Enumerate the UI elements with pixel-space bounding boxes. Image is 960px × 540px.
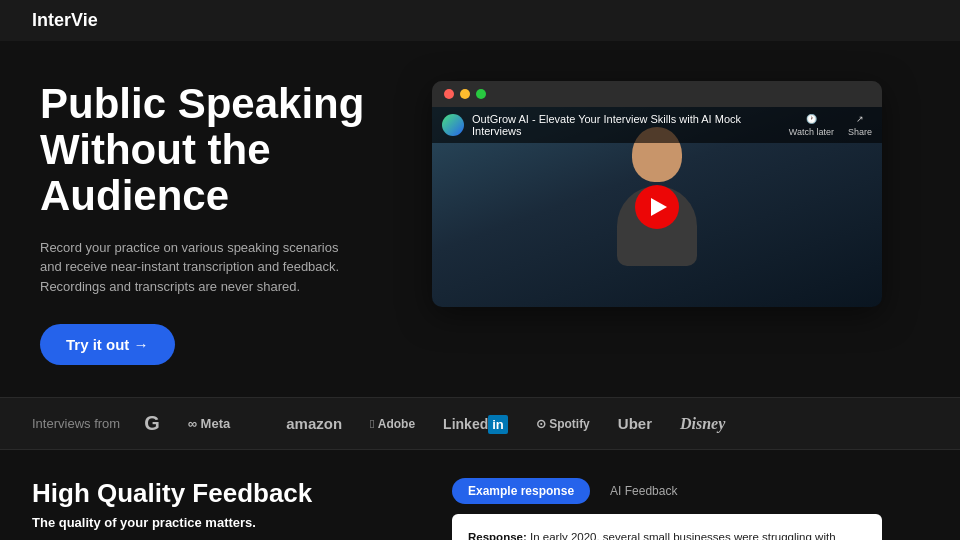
- hero-left: Public Speaking Without the Audience Rec…: [40, 81, 400, 365]
- browser-dot-red: [444, 89, 454, 99]
- browser-dot-yellow: [460, 89, 470, 99]
- feedback-title: High Quality Feedback: [32, 478, 412, 509]
- response-box: Response: In early 2020, several small b…: [452, 514, 882, 540]
- brand-adobe:  Adobe: [370, 417, 415, 431]
- brand-meta: ∞ Meta: [188, 416, 231, 431]
- browser-dot-green: [476, 89, 486, 99]
- hero-subtitle: Record your practice on various speaking…: [40, 238, 340, 297]
- hero-right: OutGrow AI - Elevate Your Interview Skil…: [432, 81, 882, 307]
- brands-label: Interviews from: [32, 416, 120, 431]
- tab-example-response[interactable]: Example response: [452, 478, 590, 504]
- browser-bar: [432, 81, 882, 107]
- feedback-left: High Quality Feedback The quality of you…: [32, 478, 412, 540]
- logo: InterVie: [32, 10, 98, 31]
- tab-bar: Example response AI Feedback: [452, 478, 882, 504]
- watch-later-btn[interactable]: 🕐 Watch later: [789, 114, 834, 137]
- video-actions: 🕐 Watch later ↗ Share: [789, 114, 872, 137]
- feedback-right: Example response AI Feedback Response: I…: [452, 478, 882, 540]
- try-it-out-button[interactable]: Try it out →: [40, 324, 175, 365]
- brand-amazon: amazon: [286, 415, 342, 432]
- brands-list: G ∞ Meta amazon  Adobe Linkedin ⊙ Spoti…: [144, 412, 725, 435]
- response-text: In early 2020, several small businesses …: [468, 531, 866, 540]
- browser-frame: OutGrow AI - Elevate Your Interview Skil…: [432, 81, 882, 307]
- response-label: Response:: [468, 531, 527, 540]
- hero-title: Public Speaking Without the Audience: [40, 81, 400, 220]
- hero-section: Public Speaking Without the Audience Rec…: [0, 41, 960, 397]
- brand-spotify: ⊙ Spotify: [536, 417, 590, 431]
- video-container[interactable]: OutGrow AI - Elevate Your Interview Skil…: [432, 107, 882, 307]
- brands-bar: Interviews from G ∞ Meta amazon  Adobe …: [0, 397, 960, 450]
- video-top-bar: OutGrow AI - Elevate Your Interview Skil…: [432, 107, 882, 143]
- header: InterVie: [0, 0, 960, 41]
- feedback-subtitle: The quality of your practice matters.: [32, 515, 412, 530]
- share-btn[interactable]: ↗ Share: [848, 114, 872, 137]
- brand-disney: Disney: [680, 415, 725, 433]
- feedback-section: High Quality Feedback The quality of you…: [0, 450, 960, 540]
- tab-ai-feedback[interactable]: AI Feedback: [594, 478, 693, 504]
- brand-uber: Uber: [618, 415, 652, 432]
- play-icon: [651, 198, 667, 216]
- video-title: OutGrow AI - Elevate Your Interview Skil…: [472, 113, 781, 137]
- brand-google: G: [144, 412, 160, 435]
- brand-linkedin: Linkedin: [443, 416, 508, 432]
- play-button[interactable]: [635, 185, 679, 229]
- video-channel-avatar: [442, 114, 464, 136]
